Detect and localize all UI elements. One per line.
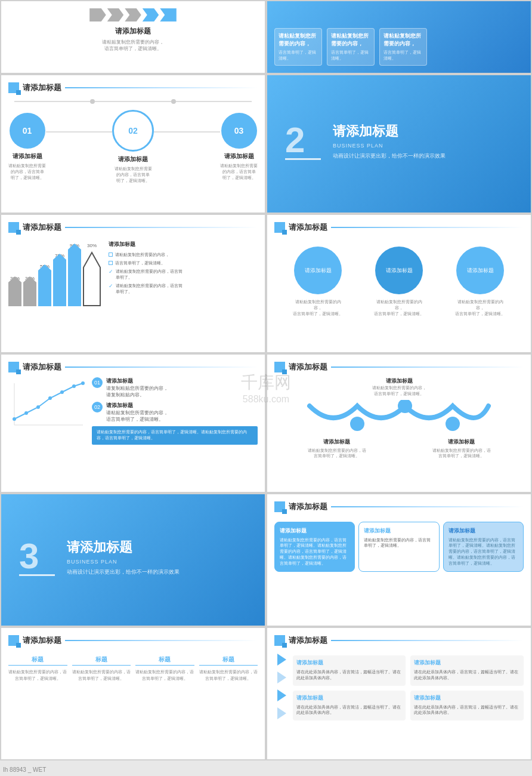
slide-4-number-block: 2 — [285, 122, 321, 166]
list-card-3: 请添加标题 请在此处添加具体内容，语言简洁，篇幅适当明了。请在此处添加具体内容。 — [293, 691, 406, 721]
content-box-3: 请添加标题 请粘贴复制您所需要的内容，语言简单明了，逻辑清晰。请粘贴复制您所需要… — [443, 522, 524, 572]
bullet-1: 请粘贴复制您所需要的内容， — [109, 252, 258, 258]
slide-1: 请添加标题 请粘贴复制您所需要的内容，语言简单明了，逻辑清晰。 — [1, 1, 265, 73]
bullet-4: ✓ 请粘贴复制您所需要的内容，语言简单明了。 — [109, 283, 258, 295]
col-item-3: 标题 请粘贴复制您所需要的内容，语言简单明了，逻辑清晰。 — [135, 655, 194, 682]
svg-point-8 — [72, 384, 76, 388]
col-item-4: 标题 请粘贴复制您所需要的内容，语言简单明了，逻辑清晰。 — [199, 655, 258, 682]
slide-6: 请添加标题 请添加标题 请粘贴复制您所需要的内容，语言简单明了，逻辑清晰。 请添… — [267, 215, 531, 352]
arrow-bars: 30% 30% 55% — [8, 238, 101, 309]
slide-7-header: 请添加标题 — [8, 362, 258, 372]
arrow-5 — [160, 8, 177, 21]
content-box-2: 请添加标题 请粘贴复制您所需要的内容，语言简单明了，逻辑清晰。 — [358, 522, 439, 572]
slide-1-sub: 请粘贴复制您所需要的内容，语言简单明了，逻辑清晰。 — [8, 39, 258, 52]
slide-9: 3 请添加标题 BUSINESS PLAN 动画设计让演示更出彩，给你不一样的演… — [1, 494, 265, 626]
slide-5-icon — [8, 222, 19, 233]
arrow-icon-4 — [277, 707, 286, 719]
wave-bottom-2: 请添加标题 请粘贴复制您所需要的内容，语言简单明了，逻辑清晰。 — [432, 438, 491, 460]
circle-item-2: 02 请添加标题 请粘贴复制您所需要的内容，语言简单明了，逻辑清晰。 — [112, 110, 154, 183]
svg-point-12 — [446, 417, 460, 431]
blue-card-2: 请粘贴复制您所需要的内容， 语言简单明了，逻辑清晰。 — [327, 28, 375, 66]
blue-card-1: 请粘贴复制您所需要的内容， 语言简单明了，逻辑清晰。 — [274, 28, 322, 66]
slide-8: 请添加标题 请添加标题 请粘贴复制您所需要的内容，语言简单明了，逻辑清晰。 请添… — [267, 355, 531, 492]
list-card-2: 请添加标题 请在此处添加具体内容，语言简洁，篇幅适当明了。请在此处添加具体内容。 — [410, 655, 524, 686]
num-content-2: 请添加标题 请粘贴复制您所需要的内容，语言简单明了，逻辑清晰。 — [106, 402, 168, 423]
bullet-check-1: ✓ — [109, 269, 113, 275]
slide-5: 请添加标题 30% 30% — [1, 215, 265, 352]
bullet-sq-1 — [109, 252, 113, 257]
big-circle-item-1: 请添加标题 请粘贴复制您所需要的内容，语言简单明了，逻辑清晰。 — [291, 247, 345, 316]
arrows-row — [8, 8, 258, 21]
svg-point-4 — [24, 411, 28, 415]
big-circle-3: 请添加标题 — [456, 247, 504, 294]
arrow-1 — [89, 8, 106, 21]
circles-row: 01 请添加标题 请粘贴复制您所需要的内容，语言简单明了，逻辑清晰。 02 请添… — [8, 104, 258, 189]
blue-card-3: 请粘贴复制您所需要的内容， 语言简单明了，逻辑清晰。 — [379, 28, 427, 66]
circle-item-3: 03 请添加标题 请粘贴复制您所需要的内容，语言简单明了，逻辑清晰。 — [220, 113, 258, 180]
big-circle-1: 请添加标题 — [294, 247, 342, 294]
big-circles-row: 请添加标题 请粘贴复制您所需要的内容，语言简单明了，逻辑清晰。 请添加标题 请粘… — [274, 238, 524, 319]
slide-10-title-line — [331, 506, 524, 507]
slide-3-title-line — [65, 87, 258, 88]
bar-3: 55% — [38, 264, 51, 306]
num-circle-1: 01 — [92, 377, 103, 388]
list-card-4: 请添加标题 请在此处添加具体内容，语言简洁，篇幅适当明了。请在此处添加具体内容。 — [410, 691, 524, 721]
bottom-label: Ih 88943 _ WET — [3, 766, 46, 773]
arrow-icon-1 — [277, 654, 286, 666]
wave-bottom-items: 请添加标题 请粘贴复制您所需要的内容，语言简单明了，逻辑清晰。 请添加标题 请粘… — [274, 438, 524, 460]
bullet-check-2: ✓ — [109, 283, 113, 289]
slide-12-icon — [274, 635, 285, 646]
big-circle-item-2: 请添加标题 请粘贴复制您所需要的内容，语言简单明了，逻辑清晰。 — [372, 247, 426, 316]
slide-6-header: 请添加标题 — [274, 222, 524, 233]
wave-bottom-1: 请添加标题 请粘贴复制您所需要的内容，语言简单明了，逻辑清晰。 — [307, 438, 367, 460]
slide-3-icon — [8, 82, 19, 93]
slide-12-title-line — [331, 640, 524, 641]
slide-10-title: 请添加标题 — [289, 501, 327, 512]
slide-9-text: 请添加标题 BUSINESS PLAN 动画设计让演示更出彩，给你不一样的演示效… — [67, 538, 180, 577]
slide-7-title-line — [65, 367, 258, 368]
slide-6-title: 请添加标题 — [289, 222, 327, 233]
col-item-2: 标题 请粘贴复制您所需要的内容，语言简单明了，逻辑清晰。 — [72, 655, 131, 682]
bar-4: 75% — [53, 253, 66, 306]
slide-4: 2 请添加标题 BUSINESS PLAN 动画设计让演示更出彩，给你不一样的演… — [267, 75, 531, 213]
col-item-1: 标题 请粘贴复制您所需要的内容，语言简单明了，逻辑清晰。 — [8, 655, 67, 682]
slide-8-title-line — [331, 367, 524, 368]
slide-11-icon — [8, 635, 19, 646]
numbered-item-1: 01 请添加标题 请复制粘贴您所需要的内容，请复制粘贴内容。 — [92, 377, 258, 398]
circle-1: 01 — [10, 113, 45, 149]
slide-5-title-line — [65, 227, 258, 228]
bullet-sq-2 — [109, 261, 113, 265]
svg-marker-0 — [83, 252, 100, 306]
slide-5-header: 请添加标题 — [8, 222, 258, 233]
slide-10: 请添加标题 请添加标题 请粘贴复制您所需要的内容，语言简单明了，逻辑清晰。请粘贴… — [267, 494, 531, 626]
slide-6-icon — [274, 222, 285, 233]
big-circle-2: 请添加标题 — [375, 247, 423, 294]
arrow-3 — [125, 8, 141, 21]
slide-8-header: 请添加标题 — [274, 362, 524, 372]
wave-svg — [298, 400, 500, 433]
slide-7-list: 01 请添加标题 请复制粘贴您所需要的内容，请复制粘贴内容。 02 请添加标题 … — [92, 377, 258, 445]
slide-12: 请添加标题 请添加标题 请在此处添加具体内容，语言简洁，篇幅适当明了。请在此处添… — [267, 628, 531, 759]
list-card-1: 请添加标题 请在此处添加具体内容，语言简洁，篇幅适当明了。请在此处添加具体内容。 — [293, 655, 406, 686]
slide-11-title-line — [65, 640, 258, 641]
chart-label: 请添加标题 — [109, 241, 258, 248]
circle-3: 03 — [221, 113, 257, 149]
slide-12-arrows — [274, 651, 288, 725]
slide-5-body: 30% 30% 55% — [8, 238, 258, 309]
slide-3-title: 请添加标题 — [23, 82, 61, 93]
slide-4-text: 请添加标题 BUSINESS PLAN 动画设计让演示更出彩，给你不一样的演示效… — [333, 122, 446, 161]
wave-svg-container — [274, 400, 524, 435]
bar-6: 30% — [83, 243, 101, 306]
slide-5-right: 请添加标题 请粘贴复制您所需要的内容， 语言简单明了，逻辑清晰。 ✓ 请粘贴复制… — [106, 238, 258, 309]
numbered-item-2: 02 请添加标题 请粘贴复制您所需要的内容，语言简单明了，逻辑清晰。 — [92, 402, 258, 423]
arrow-icon-2 — [277, 672, 286, 683]
bar-2: 30% — [23, 276, 36, 306]
arrow-4 — [143, 8, 159, 21]
slide-10-header: 请添加标题 — [274, 501, 524, 512]
slide-12-header: 请添加标题 — [274, 635, 524, 646]
slide-grid: 请添加标题 请粘贴复制您所需要的内容，语言简单明了，逻辑清晰。 请粘贴复制您所需… — [0, 0, 532, 760]
bar-1: 30% — [8, 276, 21, 306]
svg-point-3 — [13, 417, 16, 421]
slide-10-icon — [274, 501, 285, 512]
slide-2-cards: 请粘贴复制您所需要的内容， 语言简单明了，逻辑清晰。 请粘贴复制您所需要的内容，… — [274, 28, 427, 66]
